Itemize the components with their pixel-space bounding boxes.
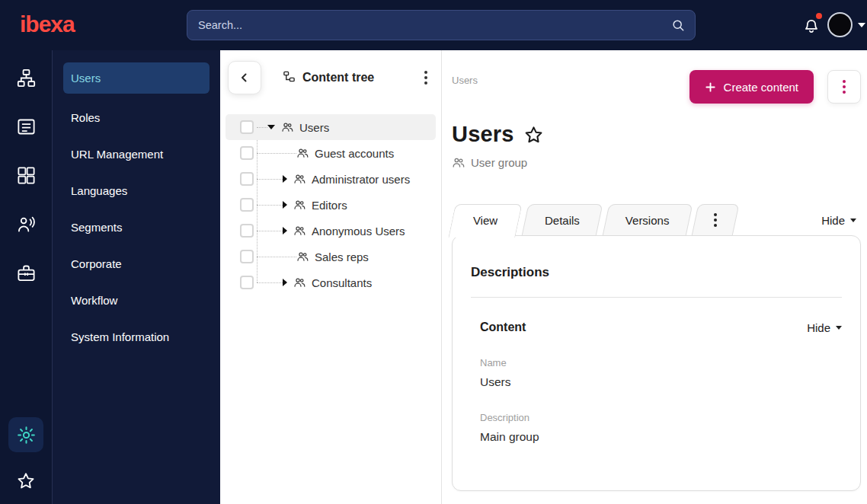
tree-item-label: Anonymous Users — [312, 225, 405, 238]
user-group-icon — [296, 147, 309, 159]
collapse-tree-button[interactable] — [228, 61, 261, 94]
user-group-icon — [293, 276, 306, 289]
hide-tabs-toggle[interactable]: Hide — [821, 214, 856, 227]
kebab-icon — [843, 80, 846, 94]
tree-item-label: Users — [299, 121, 329, 134]
divider — [471, 297, 842, 298]
bell-icon — [801, 24, 821, 37]
user-group-icon — [293, 225, 306, 237]
sidebar-item-roles[interactable]: Roles — [53, 99, 220, 136]
user-menu-caret-icon[interactable] — [858, 23, 865, 27]
sidebar-item-system-information[interactable]: System Information — [53, 318, 220, 355]
sidebar-item-label: Workflow — [71, 294, 117, 307]
create-content-button[interactable]: Create content — [689, 70, 814, 104]
tree-item-sales-reps[interactable]: Sales reps — [226, 244, 436, 270]
breadcrumb[interactable]: Users — [452, 75, 478, 86]
sidebar-item-users[interactable]: Users — [63, 62, 210, 94]
field-description: Description Main group — [471, 412, 842, 444]
icon-rail — [0, 50, 53, 504]
ibexa-logo[interactable]: ibexa — [20, 11, 75, 37]
user-group-icon — [452, 156, 465, 169]
favorite-star-icon[interactable] — [523, 125, 544, 145]
sidebar-item-label: Corporate — [71, 257, 122, 270]
tree-item-consultants[interactable]: Consultants — [226, 270, 436, 295]
field-label: Description — [480, 412, 842, 423]
global-search — [187, 10, 696, 40]
field-label: Name — [480, 357, 842, 368]
checkbox[interactable] — [240, 198, 254, 212]
field-name: Name Users — [471, 357, 842, 389]
content-list-icon[interactable] — [15, 116, 37, 137]
tree-item-label: Consultants — [312, 276, 372, 289]
tree-item-editors[interactable]: Editors — [226, 192, 436, 218]
content-tree-title: Content tree — [302, 71, 374, 85]
field-value: Users — [480, 375, 842, 389]
content-tree-icon — [283, 70, 296, 86]
modules-icon[interactable] — [15, 164, 37, 186]
caret-down-icon[interactable] — [267, 125, 275, 129]
tree-options-kebab-icon[interactable] — [424, 71, 427, 85]
page-options-button[interactable] — [827, 70, 861, 104]
sidebar-item-segments[interactable]: Segments — [53, 209, 220, 245]
sitemap-icon[interactable] — [15, 67, 37, 88]
tree-item-label: Guest accounts — [315, 147, 394, 160]
checkbox[interactable] — [240, 120, 254, 134]
sidebar-item-label: Users — [71, 72, 101, 85]
topbar: ibexa — [0, 0, 867, 50]
avatar[interactable] — [827, 12, 853, 37]
checkbox[interactable] — [240, 250, 254, 263]
admin-menu: Users Roles URL Management Languages Seg… — [53, 50, 220, 504]
bookmarks-star-icon[interactable] — [15, 471, 37, 492]
caret-right-icon[interactable] — [283, 227, 287, 234]
tree-item-administrator-users[interactable]: Administrator users — [226, 166, 436, 192]
page-title: Users — [452, 122, 514, 147]
tree-item-guest-accounts[interactable]: Guest accounts — [226, 140, 436, 166]
tree-item-anonymous-users[interactable]: Anonymous Users — [226, 218, 436, 244]
toolbox-icon[interactable] — [15, 262, 37, 283]
main-content: Users Create content Users User group — [442, 50, 867, 504]
user-group-icon — [293, 173, 306, 185]
sidebar-item-label: URL Management — [71, 148, 163, 161]
sidebar-item-workflow[interactable]: Workflow — [53, 282, 220, 318]
user-group-icon — [296, 250, 309, 263]
segments-person-icon[interactable] — [15, 213, 37, 234]
tree-item-users[interactable]: Users — [226, 114, 436, 140]
caret-down-icon — [850, 219, 856, 222]
chevron-left-icon — [238, 72, 251, 84]
sidebar-item-label: Segments — [71, 221, 123, 234]
user-group-icon — [293, 199, 306, 211]
sidebar-item-label: System Information — [71, 330, 169, 343]
tab-details[interactable]: Details — [525, 204, 600, 236]
field-value: Main group — [480, 430, 842, 444]
tab-versions[interactable]: Versions — [606, 204, 689, 236]
caret-right-icon[interactable] — [283, 201, 287, 209]
content-type-label: User group — [471, 156, 527, 169]
caret-down-icon — [836, 326, 842, 330]
content-tree-panel: Content tree Users Guest accounts — [220, 50, 442, 504]
sidebar-item-corporate[interactable]: Corporate — [53, 245, 220, 282]
checkbox[interactable] — [240, 172, 254, 186]
tab-more-kebab-icon[interactable] — [695, 204, 736, 236]
search-icon[interactable] — [670, 18, 686, 36]
tree-item-label: Sales reps — [315, 250, 369, 263]
sidebar-item-label: Roles — [71, 111, 100, 124]
search-input[interactable] — [187, 10, 696, 40]
descriptions-heading: Descriptions — [471, 265, 842, 280]
content-section-heading: Content — [480, 321, 526, 334]
settings-gear-icon[interactable] — [8, 417, 43, 452]
view-tab-panel: Descriptions Content Hide Name Users Des… — [452, 235, 861, 491]
caret-right-icon[interactable] — [283, 279, 287, 286]
sidebar-item-languages[interactable]: Languages — [53, 172, 220, 209]
plus-icon — [705, 81, 716, 93]
checkbox[interactable] — [240, 224, 254, 238]
notifications-button[interactable] — [801, 15, 823, 37]
sidebar-item-label: Languages — [71, 184, 127, 197]
checkbox[interactable] — [240, 276, 254, 289]
hide-section-toggle[interactable]: Hide — [807, 321, 842, 334]
content-tree: Users Guest accounts Administrator users — [226, 114, 436, 295]
caret-right-icon[interactable] — [283, 175, 287, 183]
sidebar-item-url-management[interactable]: URL Management — [53, 136, 220, 172]
checkbox[interactable] — [240, 146, 254, 160]
tree-item-label: Editors — [312, 199, 347, 212]
tab-view[interactable]: View — [452, 204, 519, 236]
